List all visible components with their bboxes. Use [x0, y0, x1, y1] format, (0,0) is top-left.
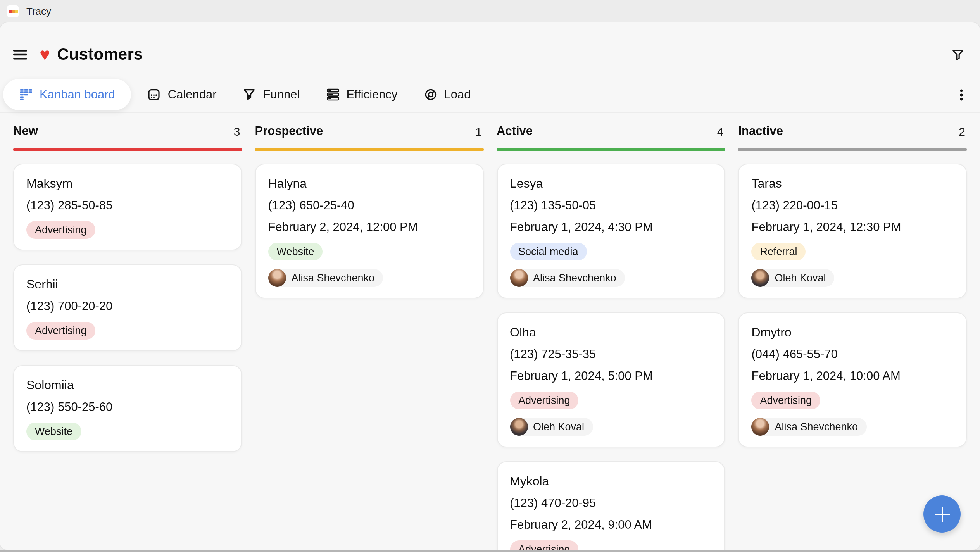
column-count: 2	[959, 124, 965, 138]
app-window: ♥ Customers Kanban boardCalendarFunnelEf…	[0, 22, 980, 550]
customer-card[interactable]: Taras(123) 220-00-15February 1, 2024, 12…	[738, 163, 967, 298]
source-tag: Website	[26, 422, 81, 440]
hamburger-menu-icon[interactable]	[12, 48, 28, 61]
source-tag: Referral	[752, 242, 806, 260]
source-tag: Social media	[510, 242, 587, 260]
customer-card[interactable]: Serhii(123) 700-20-20Advertising	[13, 264, 242, 351]
tab-efficiency[interactable]: Efficiency	[313, 79, 411, 110]
customer-card[interactable]: Olha(123) 725-35-35February 1, 2024, 5:0…	[497, 312, 725, 447]
column-cards: Halyna(123) 650-25-40February 2, 2024, 1…	[255, 163, 484, 298]
assignee-chip: Alisa Shevchenko	[752, 417, 867, 435]
filter-funnel-icon[interactable]	[951, 48, 964, 61]
source-tag: Advertising	[26, 221, 95, 238]
customer-name: Olha	[510, 324, 536, 340]
customer-card[interactable]: Maksym(123) 285-50-85Advertising	[13, 163, 242, 250]
column-color-bar	[13, 148, 242, 151]
browser-tab-title: Tracy	[26, 5, 51, 17]
window-bottom-edge	[0, 550, 980, 552]
customer-card[interactable]: Lesya(123) 135-50-05February 1, 2024, 4:…	[497, 163, 725, 298]
column-color-bar	[497, 148, 725, 151]
screen: Tracy ♥ Customers Kanban boardCalendarFu…	[0, 0, 980, 552]
page-title: Customers	[57, 45, 143, 64]
assignee-chip: Oleh Koval	[510, 417, 593, 435]
customer-name: Mykola	[510, 473, 549, 489]
column-count: 3	[234, 124, 240, 138]
customer-name: Solomiia	[26, 377, 74, 393]
column-header: Prospective1	[255, 124, 484, 138]
board-column-prospective: Prospective1Halyna(123) 650-25-40Februar…	[255, 124, 484, 550]
column-name: Active	[497, 124, 533, 138]
customer-phone: (123) 285-50-85	[26, 197, 112, 213]
customer-datetime: February 1, 2024, 5:00 PM	[510, 368, 653, 383]
plus-icon	[933, 505, 951, 523]
load-icon	[424, 88, 437, 101]
customer-phone: (123) 220-00-15	[752, 197, 838, 213]
customer-datetime: February 1, 2024, 4:30 PM	[510, 219, 653, 235]
customer-phone: (123) 650-25-40	[268, 197, 354, 213]
board-column-active: Active4Lesya(123) 135-50-05February 1, 2…	[497, 124, 725, 550]
kanban-board: New3Maksym(123) 285-50-85AdvertisingSerh…	[0, 113, 980, 550]
column-header: Active4	[497, 124, 725, 138]
customer-datetime: February 1, 2024, 12:30 PM	[752, 219, 901, 235]
source-tag: Advertising	[26, 321, 95, 339]
customer-name: Taras	[752, 176, 782, 191]
assignee-chip: Oleh Koval	[752, 269, 835, 286]
assignee-chip: Alisa Shevchenko	[268, 269, 383, 286]
source-tag: Advertising	[510, 391, 579, 409]
customer-card[interactable]: Solomiia(123) 550-25-60Website	[13, 365, 242, 452]
assignee-name: Alisa Shevchenko	[292, 272, 375, 283]
source-tag: Advertising	[510, 540, 579, 550]
view-tabs: Kanban boardCalendarFunnelEfficiencyLoad	[0, 74, 980, 110]
tab-label: Kanban board	[40, 88, 115, 102]
tab-kanban-board[interactable]: Kanban board	[3, 79, 131, 110]
column-cards: Lesya(123) 135-50-05February 1, 2024, 4:…	[497, 163, 725, 550]
column-name: New	[13, 124, 38, 138]
customer-card[interactable]: Dmytro(044) 465-55-70February 1, 2024, 1…	[738, 312, 967, 447]
kanban-icon	[19, 88, 33, 101]
customer-name: Serhii	[26, 276, 58, 292]
tab-calendar[interactable]: Calendar	[135, 79, 230, 110]
kebab-menu-icon[interactable]	[955, 88, 968, 101]
red-heart-icon: ♥	[40, 45, 50, 63]
customer-datetime: February 1, 2024, 10:00 AM	[752, 368, 901, 383]
source-tag: Advertising	[752, 391, 821, 409]
column-name: Prospective	[255, 124, 323, 138]
tab-label: Funnel	[263, 88, 300, 102]
column-cards: Maksym(123) 285-50-85AdvertisingSerhii(1…	[13, 163, 242, 452]
avatar	[268, 269, 286, 286]
tab-label: Efficiency	[346, 88, 397, 102]
customer-phone: (123) 135-50-05	[510, 197, 596, 213]
assignee-name: Alisa Shevchenko	[775, 421, 858, 432]
assignee-name: Oleh Koval	[533, 421, 584, 432]
avatar	[510, 269, 528, 286]
customer-name: Lesya	[510, 176, 543, 191]
browser-tab-bar: Tracy	[0, 0, 980, 22]
source-tag: Website	[268, 242, 323, 260]
add-customer-button[interactable]	[923, 495, 961, 533]
column-header: Inactive2	[738, 124, 967, 138]
avatar	[510, 417, 528, 435]
customer-card[interactable]: Halyna(123) 650-25-40February 2, 2024, 1…	[255, 163, 484, 298]
assignee-name: Oleh Koval	[775, 272, 826, 283]
tab-label: Load	[444, 88, 471, 102]
tab-funnel[interactable]: Funnel	[230, 79, 313, 110]
column-count: 1	[475, 124, 482, 138]
customer-name: Dmytro	[752, 324, 792, 340]
column-color-bar	[738, 148, 967, 151]
customer-phone: (123) 725-35-35	[510, 346, 596, 362]
assignee-name: Alisa Shevchenko	[533, 272, 616, 283]
app-header: ♥ Customers	[0, 22, 980, 74]
customer-phone: (123) 550-25-60	[26, 399, 112, 414]
tab-label: Calendar	[168, 88, 217, 102]
customer-card[interactable]: Mykola(123) 470-20-95February 2, 2024, 9…	[497, 461, 725, 550]
tab-load[interactable]: Load	[411, 79, 484, 110]
funnel-icon	[243, 88, 256, 101]
customer-datetime: February 2, 2024, 12:00 PM	[268, 219, 418, 235]
tracy-logo-icon	[7, 5, 19, 17]
column-cards: Taras(123) 220-00-15February 1, 2024, 12…	[738, 163, 967, 447]
customer-name: Halyna	[268, 176, 307, 191]
column-name: Inactive	[738, 124, 783, 138]
efficiency-icon	[326, 88, 339, 101]
assignee-chip: Alisa Shevchenko	[510, 269, 625, 286]
board-column-inactive: Inactive2Taras(123) 220-00-15February 1,…	[738, 124, 967, 550]
